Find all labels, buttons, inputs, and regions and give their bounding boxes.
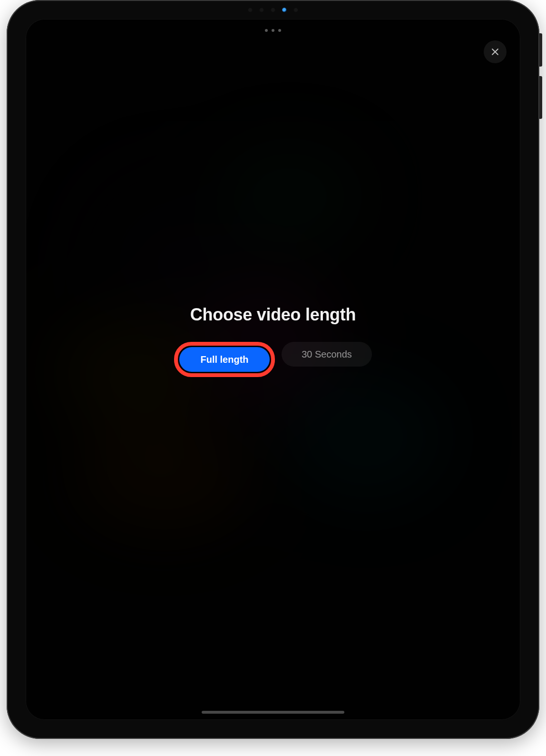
hardware-button <box>539 76 542 119</box>
home-indicator[interactable] <box>202 711 344 714</box>
option-full-length-button[interactable]: Full length <box>179 347 270 372</box>
annotation-highlight: Full length <box>174 342 275 377</box>
video-length-chooser: Choose video length Full length 30 Secon… <box>26 19 520 691</box>
ipad-device-frame: Choose video length Full length 30 Secon… <box>7 0 539 739</box>
camera-led-icon <box>282 8 287 12</box>
sensor-dot <box>293 8 298 12</box>
option-30-seconds-button[interactable]: 30 Seconds <box>282 342 372 367</box>
hardware-button <box>539 33 542 67</box>
camera-cluster <box>248 8 298 12</box>
modal-title: Choose video length <box>190 305 356 325</box>
sensor-dot <box>248 8 253 12</box>
screen: Choose video length Full length 30 Secon… <box>26 19 520 720</box>
sensor-dot <box>271 8 275 12</box>
sensor-dot <box>259 8 264 12</box>
length-options: Full length 30 Seconds <box>174 342 372 377</box>
